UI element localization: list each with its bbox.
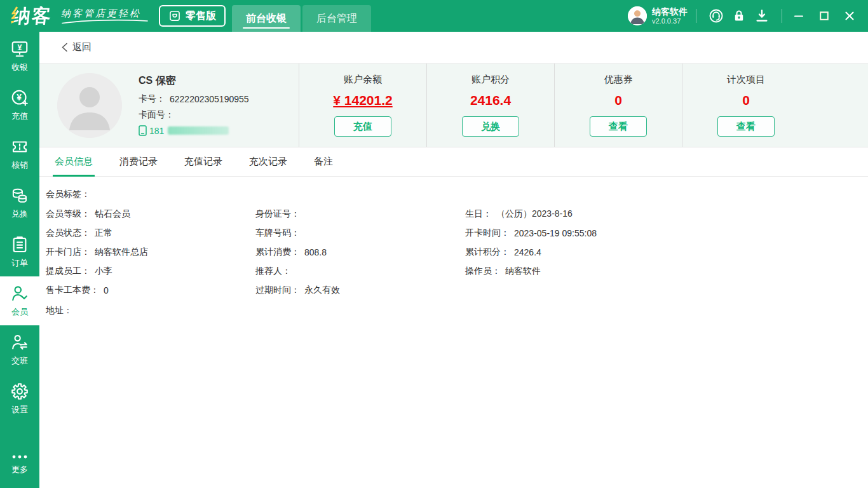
sidebar-item-label: 更多 <box>11 464 28 475</box>
points-value: 2416.4 <box>470 93 511 108</box>
current-user[interactable]: 纳客软件 v2.0.0.37 <box>628 6 688 26</box>
balance-value[interactable]: ¥ 14201.2 <box>333 93 392 108</box>
detail-grid: 会员等级： 钻石会员 身份证号： 生日： （公历）2023-8-16 会员状态：… <box>46 205 862 300</box>
member-icon <box>10 284 29 303</box>
titlebar-divider <box>696 9 696 23</box>
app-version: v2.0.0.37 <box>652 17 688 25</box>
sidebar-item-verify[interactable]: 核销 <box>0 130 39 179</box>
detail-value: 小李 <box>95 266 112 277</box>
sidebar-item-more[interactable]: 更多 <box>0 446 39 482</box>
detail-value: 2023-05-19 09:55:08 <box>514 228 597 238</box>
back-button[interactable]: 返回 <box>61 41 92 53</box>
detail-cell: 操作员： 纳客软件 <box>465 262 862 281</box>
tab-label: 充值记录 <box>184 156 222 168</box>
detail-value: 正常 <box>95 227 112 239</box>
detail-value: 808.8 <box>304 247 327 257</box>
detail-cell: 车牌号码： <box>255 224 465 243</box>
more-dots-icon <box>11 453 29 461</box>
sidebar: ¥ 收银 ¥ 充值 核销 兑换 订单 <box>0 32 39 488</box>
face-no-label: 卡面号： <box>139 109 174 121</box>
member-phone-row: 181 <box>139 125 249 136</box>
detail-cell: 过期时间： 永久有效 <box>255 281 465 300</box>
sidebar-item-label: 订单 <box>11 257 28 269</box>
tab-member-info[interactable]: 会员信息 <box>55 147 93 176</box>
detail-label: 生日： <box>465 208 492 220</box>
view-coupons-button[interactable]: 查看 <box>590 116 647 137</box>
sidebar-item-settings[interactable]: 设置 <box>0 374 39 423</box>
detail-label: 会员等级： <box>46 208 90 220</box>
member-face-no-row: 卡面号： <box>139 109 249 121</box>
edition-button[interactable]: 零售版 <box>159 5 226 27</box>
sidebar-item-exchange[interactable]: 兑换 <box>0 179 39 227</box>
download-icon <box>754 8 770 24</box>
member-card-no-row: 卡号： 6222202305190955 <box>139 93 249 105</box>
tab-consume-records[interactable]: 消费记录 <box>119 147 158 176</box>
detail-cell <box>465 281 862 300</box>
tab-notes[interactable]: 备注 <box>314 147 333 176</box>
detail-tabs: 会员信息 消费记录 充值记录 充次记录 备注 <box>39 147 868 177</box>
tab-recharge-records[interactable]: 充值记录 <box>184 147 222 176</box>
sidebar-item-label: 交班 <box>11 355 28 367</box>
detail-value: 钻石会员 <box>95 208 130 220</box>
back-label: 返回 <box>72 41 92 53</box>
minimize-button[interactable] <box>790 8 807 24</box>
sidebar-item-recharge[interactable]: ¥ 充值 <box>0 81 39 130</box>
detail-value: 2426.4 <box>514 247 541 257</box>
close-button[interactable] <box>841 8 858 24</box>
detail-value: 纳客软件总店 <box>95 247 148 258</box>
sidebar-item-cashier[interactable]: ¥ 收银 <box>0 32 39 81</box>
sidebar-item-shift[interactable]: 交班 <box>0 325 39 374</box>
lock-screen-button[interactable] <box>728 4 750 27</box>
detail-cell: 累计消费： 808.8 <box>255 243 465 262</box>
detail-label: 车牌号码： <box>255 227 300 239</box>
summary-title: 优惠券 <box>604 74 633 86</box>
svg-text:¥: ¥ <box>17 93 22 102</box>
app-logo: 纳客 <box>10 6 53 25</box>
exchange-coins-icon <box>10 186 29 205</box>
maximize-button[interactable] <box>816 8 832 24</box>
detail-cell: 累计积分： 2426.4 <box>465 243 862 262</box>
detail-address-row: 地址： <box>46 300 862 321</box>
titlebar-divider <box>782 9 782 23</box>
svg-text:¥: ¥ <box>18 43 22 52</box>
sidebar-item-label: 核销 <box>11 159 28 171</box>
main-content: 返回 CS 保密 卡号： 6222202305190955 卡面号： <box>39 32 868 321</box>
detail-cell: 生日： （公历）2023-8-16 <box>465 205 862 224</box>
download-update-button[interactable] <box>750 4 773 27</box>
tab-label: 消费记录 <box>119 156 158 168</box>
app-tagline-block: 纳客管店更轻松 <box>61 8 149 24</box>
nav-tab-front-cashier[interactable]: 前台收银 <box>232 5 301 32</box>
chevron-left-icon <box>61 43 68 52</box>
redeem-button[interactable]: 兑换 <box>462 116 519 137</box>
sidebar-item-label: 兑换 <box>11 208 28 220</box>
detail-cell: 会员状态： 正常 <box>46 224 255 243</box>
recharge-button[interactable]: 充值 <box>334 116 391 137</box>
view-sessions-button[interactable]: 查看 <box>717 116 775 137</box>
detail-label: 地址： <box>46 305 72 316</box>
maximize-icon <box>818 10 830 22</box>
nav-tab-back-office[interactable]: 后台管理 <box>302 5 371 32</box>
sidebar-item-label: 设置 <box>11 404 28 416</box>
user-name: 纳客软件 <box>652 6 688 18</box>
detail-tag-row: 会员标签： <box>46 184 862 205</box>
main-nav-tabs: 前台收银 后台管理 <box>232 5 373 32</box>
user-avatar <box>628 6 647 25</box>
sidebar-item-members[interactable]: 会员 <box>0 276 39 325</box>
retail-bag-icon <box>168 10 181 22</box>
customer-service-button[interactable] <box>705 4 728 27</box>
detail-label: 累计消费： <box>255 247 300 258</box>
nav-tab-label: 后台管理 <box>316 12 357 25</box>
summary-title: 计次项目 <box>727 74 765 86</box>
order-clipboard-icon <box>10 235 29 254</box>
app-tagline: 纳客管店更轻松 <box>61 8 141 19</box>
member-info: CS 保密 卡号： 6222202305190955 卡面号： 181 <box>139 74 249 136</box>
sidebar-item-orders[interactable]: 订单 <box>0 227 39 276</box>
tab-session-records[interactable]: 充次记录 <box>249 147 287 176</box>
member-detail-panel: 会员标签： 会员等级： 钻石会员 身份证号： 生日： （公历）2023-8-16… <box>39 177 868 321</box>
detail-cell: 提成员工： 小李 <box>46 262 255 281</box>
detail-label: 身份证号： <box>255 208 300 220</box>
tagline-underline-swoosh <box>61 19 149 24</box>
detail-label: 操作员： <box>465 266 501 277</box>
detail-value: 0 <box>104 285 109 295</box>
tab-label: 充次记录 <box>249 156 287 168</box>
